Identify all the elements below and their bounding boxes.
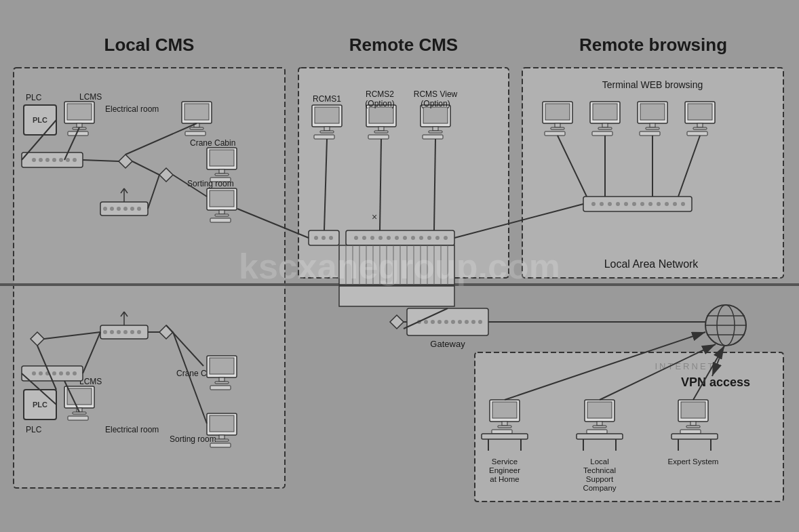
- svg-rect-163: [638, 102, 667, 123]
- svg-line-209: [454, 204, 583, 238]
- svg-rect-91: [219, 377, 225, 382]
- svg-text:Sorting room: Sorting room: [170, 434, 216, 444]
- svg-rect-78: [100, 325, 148, 339]
- svg-point-47: [117, 207, 121, 211]
- svg-rect-92: [215, 382, 229, 384]
- svg-point-27: [39, 158, 43, 162]
- svg-rect-259: [686, 426, 700, 428]
- svg-rect-245: [587, 402, 612, 418]
- svg-line-51: [22, 120, 56, 160]
- svg-text:Crane Cabin: Crane Cabin: [176, 369, 222, 378]
- svg-rect-20: [207, 148, 237, 169]
- svg-line-102: [64, 381, 79, 412]
- svg-text:(Option): (Option): [365, 99, 394, 108]
- svg-point-218: [465, 320, 469, 324]
- svg-rect-130: [346, 230, 454, 245]
- svg-rect-246: [597, 422, 602, 426]
- svg-point-86: [130, 330, 134, 334]
- svg-text:INTERNET: INTERNET: [655, 361, 716, 371]
- svg-line-267: [693, 346, 724, 400]
- svg-line-149: [434, 139, 435, 230]
- svg-text:LCMS: LCMS: [79, 377, 102, 386]
- svg-point-30: [59, 158, 63, 162]
- svg-point-136: [395, 236, 399, 240]
- svg-rect-249: [577, 434, 623, 439]
- svg-text:Technical: Technical: [583, 466, 616, 474]
- svg-text:LCMS: LCMS: [79, 92, 102, 102]
- svg-rect-15: [184, 104, 209, 120]
- svg-rect-97: [219, 435, 225, 439]
- svg-rect-117: [369, 107, 393, 123]
- svg-point-211: [417, 320, 421, 324]
- svg-rect-127: [423, 135, 443, 139]
- svg-point-214: [437, 320, 442, 324]
- svg-rect-235: [502, 422, 507, 426]
- svg-line-268: [712, 346, 724, 376]
- svg-rect-9: [77, 123, 82, 127]
- svg-rect-10: [73, 127, 86, 129]
- svg-rect-156: [551, 127, 564, 129]
- svg-point-49: [130, 207, 134, 211]
- svg-rect-257: [681, 402, 705, 418]
- svg-text:Gateway: Gateway: [430, 339, 465, 349]
- svg-rect-41: [100, 202, 148, 216]
- svg-rect-93: [210, 386, 231, 390]
- svg-line-103: [83, 332, 100, 373]
- svg-rect-234: [492, 402, 517, 418]
- svg-rect-68: [22, 366, 83, 381]
- svg-point-184: [673, 202, 677, 206]
- svg-rect-123: [421, 105, 450, 127]
- svg-text:PLC: PLC: [33, 401, 47, 409]
- svg-rect-23: [215, 173, 229, 176]
- svg-point-26: [32, 158, 36, 162]
- svg-point-45: [103, 207, 107, 211]
- svg-rect-89: [207, 356, 237, 377]
- svg-rect-4: [24, 105, 56, 135]
- svg-marker-76: [31, 332, 44, 346]
- svg-rect-7: [64, 102, 94, 123]
- svg-point-229: [717, 305, 735, 346]
- svg-line-106: [166, 325, 203, 366]
- svg-rect-161: [598, 127, 612, 129]
- svg-point-72: [52, 371, 56, 375]
- svg-text:Company: Company: [583, 484, 616, 492]
- svg-rect-98: [215, 439, 229, 441]
- svg-line-56: [173, 175, 207, 197]
- svg-point-181: [648, 202, 652, 206]
- svg-rect-258: [690, 422, 696, 426]
- svg-rect-64: [73, 412, 86, 414]
- svg-point-82: [103, 330, 107, 334]
- svg-point-215: [444, 320, 448, 324]
- svg-rect-65: [68, 416, 88, 420]
- svg-text:at Home: at Home: [490, 475, 519, 483]
- svg-rect-159: [593, 104, 617, 120]
- svg-point-50: [137, 207, 141, 211]
- svg-rect-40: [210, 218, 231, 222]
- svg-line-148: [380, 139, 381, 230]
- svg-rect-114: [314, 135, 334, 139]
- svg-text:Electrical room: Electrical room: [105, 425, 159, 434]
- svg-rect-109: [298, 68, 509, 278]
- svg-point-132: [362, 236, 366, 240]
- svg-rect-118: [378, 127, 384, 131]
- svg-point-87: [137, 330, 141, 334]
- svg-line-101: [22, 373, 56, 405]
- svg-point-137: [403, 236, 407, 240]
- svg-point-28: [45, 158, 50, 162]
- svg-line-104: [44, 332, 100, 339]
- svg-rect-120: [368, 135, 389, 139]
- svg-text:×: ×: [372, 211, 377, 222]
- svg-rect-11: [68, 131, 88, 136]
- svg-rect-39: [215, 214, 229, 216]
- svg-rect-167: [640, 131, 660, 136]
- svg-rect-151: [522, 68, 783, 278]
- svg-text:Service: Service: [492, 457, 518, 466]
- svg-point-133: [370, 236, 374, 240]
- svg-rect-95: [207, 413, 237, 435]
- svg-rect-96: [210, 415, 234, 432]
- svg-point-183: [665, 202, 669, 206]
- svg-rect-3: [14, 68, 285, 488]
- svg-point-69: [32, 371, 36, 375]
- svg-marker-77: [159, 325, 173, 339]
- svg-rect-38: [219, 210, 225, 214]
